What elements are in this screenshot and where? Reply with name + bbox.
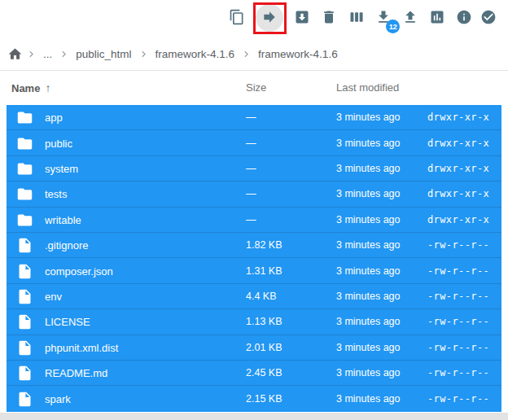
file-name: env bbox=[45, 291, 62, 303]
file-permissions: drwxr-xr-x bbox=[427, 188, 489, 199]
breadcrumb: ... public_html framework-4.1.6 framewor… bbox=[0, 37, 508, 71]
file-permissions: -rw-r--r-- bbox=[427, 239, 489, 251]
file-permissions: -rw-r--r-- bbox=[427, 265, 489, 277]
folder-icon bbox=[16, 109, 34, 125]
page-bottom-edge bbox=[0, 413, 508, 420]
breadcrumb-item[interactable]: ... bbox=[43, 48, 52, 60]
trash-icon bbox=[321, 9, 337, 28]
file-modified: 3 minutes ago bbox=[336, 367, 401, 378]
file-modified: 3 minutes ago bbox=[336, 138, 401, 149]
table-row[interactable]: system — 3 minutes ago drwxr-xr-x bbox=[7, 156, 501, 182]
columns-icon bbox=[348, 9, 365, 28]
sort-ascending-icon: ↑ bbox=[45, 81, 50, 94]
delete-button[interactable] bbox=[319, 8, 339, 28]
file-name: tests bbox=[45, 188, 67, 200]
folder-icon bbox=[16, 212, 34, 228]
file-size: — bbox=[246, 138, 256, 149]
file-list: app — 3 minutes ago drwxr-xr-x public — … bbox=[7, 105, 501, 412]
breadcrumb-item[interactable]: public_html bbox=[76, 48, 131, 60]
file-modified: 3 minutes ago bbox=[336, 163, 401, 174]
file-icon bbox=[16, 313, 34, 330]
file-permissions: drwxr-xr-x bbox=[427, 138, 489, 149]
stats-button[interactable] bbox=[427, 8, 447, 28]
download-count-badge: 12 bbox=[386, 20, 400, 33]
file-modified: 3 minutes ago bbox=[336, 112, 401, 123]
upload-button[interactable] bbox=[401, 8, 420, 28]
file-name: writable bbox=[45, 213, 81, 225]
file-name: app bbox=[45, 112, 63, 124]
toolbar: 12 bbox=[0, 0, 508, 37]
column-header-modified[interactable]: Last modified bbox=[336, 81, 399, 94]
file-modified: 3 minutes ago bbox=[336, 393, 401, 405]
select-all-button[interactable] bbox=[479, 8, 498, 28]
file-permissions: -rw-r--r-- bbox=[427, 342, 489, 353]
file-icon bbox=[16, 263, 34, 279]
table-row[interactable]: README.md 2.45 KB 3 minutes ago -rw-r--r… bbox=[7, 361, 501, 386]
columns-button[interactable] bbox=[347, 8, 366, 28]
copy-button[interactable] bbox=[227, 8, 247, 28]
file-modified: 3 minutes ago bbox=[336, 316, 401, 327]
file-permissions: drwxr-xr-x bbox=[427, 214, 489, 225]
file-permissions: drwxr-xr-x bbox=[427, 163, 489, 174]
table-row[interactable]: phpunit.xml.dist 2.01 KB 3 minutes ago -… bbox=[7, 335, 501, 361]
file-size: — bbox=[246, 188, 256, 199]
table-row[interactable]: writable — 3 minutes ago drwxr-xr-x bbox=[7, 208, 501, 233]
chevron-right-icon bbox=[23, 48, 40, 60]
table-row[interactable]: public — 3 minutes ago drwxr-xr-x bbox=[7, 130, 501, 155]
copy-icon bbox=[229, 9, 245, 28]
file-name: public bbox=[45, 137, 72, 149]
chevron-right-icon bbox=[55, 48, 72, 60]
file-permissions: -rw-r--r-- bbox=[427, 291, 489, 302]
column-header-name[interactable]: Name↑ bbox=[11, 81, 50, 94]
table-row[interactable]: env 4.4 KB 3 minutes ago -rw-r--r-- bbox=[7, 284, 501, 309]
file-icon bbox=[16, 391, 34, 407]
file-name: LICENSE bbox=[45, 316, 90, 328]
file-modified: 3 minutes ago bbox=[336, 265, 401, 277]
table-row[interactable]: spark 2.15 KB 3 minutes ago -rw-r--r-- bbox=[7, 386, 501, 411]
move-arrow-icon bbox=[261, 9, 278, 28]
column-header-size[interactable]: Size bbox=[246, 81, 266, 94]
file-size: 1.13 KB bbox=[246, 316, 282, 327]
table-row[interactable]: composer.json 1.31 KB 3 minutes ago -rw-… bbox=[7, 258, 501, 283]
file-permissions: -rw-r--r-- bbox=[427, 316, 489, 327]
table-row[interactable]: tests — 3 minutes ago drwxr-xr-x bbox=[7, 182, 501, 207]
move-button[interactable] bbox=[260, 8, 279, 28]
table-row[interactable]: .gitignore 1.82 KB 3 minutes ago -rw-r--… bbox=[7, 233, 501, 258]
file-icon bbox=[16, 288, 34, 304]
file-size: 4.4 KB bbox=[246, 291, 277, 302]
file-size: 1.82 KB bbox=[246, 239, 282, 251]
chevron-right-icon bbox=[135, 48, 152, 60]
file-permissions: drwxr-xr-x bbox=[427, 112, 489, 123]
file-size: — bbox=[246, 214, 256, 225]
folder-icon bbox=[16, 160, 34, 177]
file-name: .gitignore bbox=[45, 239, 88, 252]
table-row[interactable]: app — 3 minutes ago drwxr-xr-x bbox=[7, 105, 501, 130]
file-modified: 3 minutes ago bbox=[336, 291, 401, 302]
file-name: README.md bbox=[45, 367, 107, 379]
breadcrumb-item[interactable]: framework-4.1.6 bbox=[155, 48, 235, 60]
file-name: composer.json bbox=[45, 265, 113, 277]
table-row[interactable]: LICENSE 1.13 KB 3 minutes ago -rw-r--r-- bbox=[7, 309, 501, 335]
file-icon bbox=[16, 365, 34, 381]
info-button[interactable] bbox=[454, 8, 474, 28]
upload-icon bbox=[402, 9, 418, 28]
file-size: 2.01 KB bbox=[246, 342, 282, 353]
file-name: system bbox=[45, 163, 78, 175]
folder-icon bbox=[16, 135, 34, 151]
info-icon bbox=[456, 9, 472, 28]
bar-chart-icon bbox=[429, 9, 445, 28]
file-permissions: -rw-r--r-- bbox=[427, 393, 489, 405]
chevron-right-icon bbox=[238, 48, 255, 60]
home-icon[interactable] bbox=[7, 46, 23, 62]
file-size: — bbox=[246, 112, 256, 123]
file-modified: 3 minutes ago bbox=[336, 188, 401, 199]
archive-download-icon bbox=[294, 9, 310, 28]
file-modified: 3 minutes ago bbox=[336, 239, 401, 251]
file-name: phpunit.xml.dist bbox=[45, 341, 118, 353]
breadcrumb-item[interactable]: framework-4.1.6 bbox=[258, 48, 338, 60]
file-size: 2.15 KB bbox=[246, 393, 282, 405]
folder-icon bbox=[16, 186, 34, 202]
archive-download-button[interactable] bbox=[292, 8, 312, 28]
file-icon bbox=[16, 237, 34, 253]
download-button[interactable]: 12 bbox=[374, 8, 393, 28]
